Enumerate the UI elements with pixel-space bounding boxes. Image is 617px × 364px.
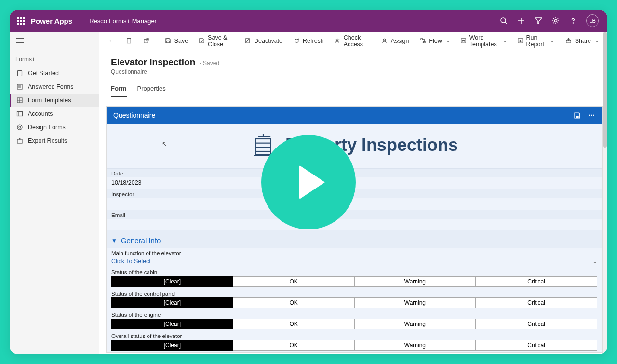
questionnaire-header: Questionnaire ⋯ <box>107 107 602 124</box>
save-icon[interactable] <box>573 111 581 119</box>
sidebar-item-accounts[interactable]: Accounts <box>10 107 99 121</box>
status-engine-options: [Clear] OK Warning Critical <box>107 319 602 331</box>
svg-rect-24 <box>167 39 169 40</box>
field-value-date[interactable]: 10/18/2023 <box>107 177 602 189</box>
command-bar: ← Save Save & Close Deactivate <box>99 32 607 50</box>
form-canvas: Questionnaire ⋯ ↖ <box>99 97 607 354</box>
svg-point-18 <box>17 125 22 130</box>
questionnaire-card: Questionnaire ⋯ ↖ <box>106 106 603 353</box>
svg-point-19 <box>19 126 21 128</box>
more-icon[interactable]: ⋯ <box>588 111 595 119</box>
sidebar-item-answered-forms[interactable]: Answered Forms <box>10 80 99 94</box>
question-label: Status of the control panel <box>107 289 602 297</box>
caret-down-icon: ▼ <box>111 237 117 244</box>
app-launcher-icon[interactable] <box>17 17 25 25</box>
settings-icon[interactable] <box>551 16 560 25</box>
option-critical[interactable]: Critical <box>476 340 597 351</box>
app-name[interactable]: Power Apps <box>31 17 79 25</box>
run-report-button[interactable]: Run Report ⌄ <box>512 32 559 51</box>
target-icon <box>16 124 23 131</box>
sidebar-item-export-results[interactable]: Export Results <box>10 134 99 148</box>
tab-properties[interactable]: Properties <box>137 81 166 97</box>
sidebar-item-form-templates[interactable]: Form Templates <box>10 94 99 107</box>
grid-icon <box>16 97 23 104</box>
add-icon[interactable] <box>517 16 525 25</box>
main-area: Forms+ Get Started Answered Forms Form T… <box>10 32 607 354</box>
app-window: Power Apps Resco Forms+ Manager LB <box>10 10 607 354</box>
main-function-select[interactable]: Click To Select ⌄ <box>107 257 602 268</box>
help-icon[interactable] <box>569 16 577 25</box>
option-critical[interactable]: Critical <box>476 276 597 287</box>
option-ok[interactable]: OK <box>233 319 355 329</box>
tab-form[interactable]: Form <box>111 81 127 97</box>
word-templates-button[interactable]: Word Templates ⌄ <box>456 32 511 51</box>
option-critical[interactable]: Critical <box>476 319 597 329</box>
save-button[interactable]: Save <box>160 35 193 47</box>
option-ok[interactable]: OK <box>233 276 355 287</box>
refresh-button[interactable]: Refresh <box>288 35 329 47</box>
option-warning[interactable]: Warning <box>355 276 476 287</box>
field-label-email: Email <box>107 210 602 219</box>
content-area: ← Save Save & Close Deactivate <box>99 32 607 354</box>
questionnaire-header-title: Questionnaire <box>113 111 155 119</box>
option-warning[interactable]: Warning <box>355 297 476 308</box>
section-general-info[interactable]: ▼ General Info <box>107 230 602 248</box>
user-avatar[interactable]: LB <box>586 14 599 27</box>
option-ok[interactable]: OK <box>233 297 355 308</box>
hamburger-icon[interactable] <box>16 38 24 43</box>
back-button[interactable]: ← <box>103 35 120 47</box>
option-clear[interactable]: [Clear] <box>111 340 233 351</box>
check-access-button[interactable]: Check Access <box>330 32 376 51</box>
sidebar-item-label: Form Templates <box>28 97 71 104</box>
svg-point-5 <box>555 20 557 22</box>
svg-line-1 <box>505 22 507 24</box>
option-clear[interactable]: [Clear] <box>111 276 233 287</box>
option-ok[interactable]: OK <box>233 340 355 351</box>
export-icon <box>16 137 23 144</box>
filter-icon[interactable] <box>534 16 543 25</box>
option-clear[interactable]: [Clear] <box>111 297 233 308</box>
question-label: Status of the engine <box>107 310 602 319</box>
scrollbar[interactable] <box>603 32 607 354</box>
record-header: Elevator Inspection - Saved Questionnair… <box>99 50 607 75</box>
option-critical[interactable]: Critical <box>476 297 597 308</box>
list-icon <box>16 83 23 90</box>
global-header: Power Apps Resco Forms+ Manager LB <box>10 10 607 32</box>
refresh-icon <box>293 38 300 44</box>
assign-button[interactable]: Assign <box>376 35 414 47</box>
share-button[interactable]: Share ⌄ <box>561 35 604 47</box>
word-icon <box>460 38 467 44</box>
section-title: General Info <box>121 236 161 244</box>
field-label-inspector: Inspector <box>107 189 602 198</box>
sidebar-item-design-forms[interactable]: Design Forms <box>10 121 99 134</box>
divider <box>82 15 82 27</box>
flow-icon <box>419 38 426 44</box>
sidebar-item-get-started[interactable]: Get Started <box>10 67 99 80</box>
chevron-down-icon: ⌄ <box>446 38 450 43</box>
popout-icon <box>143 38 149 44</box>
studio-name: Resco Forms+ Manager <box>85 17 157 25</box>
svg-rect-36 <box>576 116 578 118</box>
svg-rect-15 <box>17 112 23 116</box>
search-icon[interactable] <box>499 16 508 25</box>
field-value-inspector[interactable] <box>107 198 602 210</box>
svg-rect-21 <box>127 38 130 43</box>
svg-point-27 <box>336 39 338 41</box>
open-record-button[interactable] <box>121 35 137 47</box>
document-icon <box>16 70 23 77</box>
status-overall-options: [Clear] OK Warning Critical <box>107 340 602 352</box>
option-warning[interactable]: Warning <box>355 319 476 329</box>
flow-button[interactable]: Flow ⌄ <box>415 35 454 47</box>
svg-line-26 <box>246 39 249 43</box>
chevron-down-icon: ⌄ <box>592 258 597 265</box>
save-close-button[interactable]: Save & Close <box>194 32 239 51</box>
option-warning[interactable]: Warning <box>355 340 476 351</box>
svg-rect-7 <box>18 71 22 76</box>
popout-button[interactable] <box>138 35 154 47</box>
field-value-email[interactable] <box>107 219 602 230</box>
option-clear[interactable]: [Clear] <box>111 319 233 329</box>
share-icon <box>565 38 572 44</box>
deactivate-button[interactable]: Deactivate <box>240 35 287 47</box>
svg-rect-29 <box>421 39 423 40</box>
scrollbar-thumb[interactable] <box>603 32 607 148</box>
